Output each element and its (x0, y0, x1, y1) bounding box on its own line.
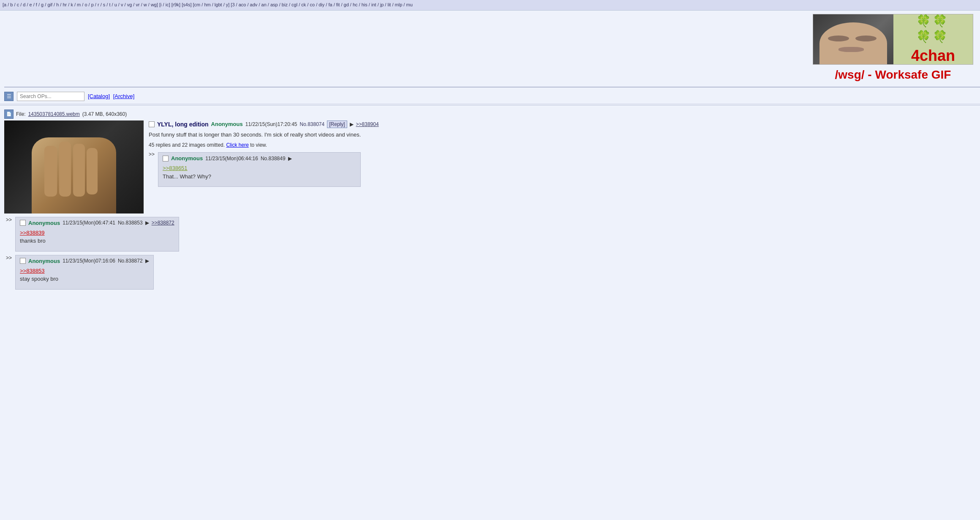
reply-2-time: 11/23/15(Mon)07:16:06 (63, 258, 115, 264)
inline-reply-container: >> Anonymous 11/23/15(Mon)06:44:16 No.83… (149, 151, 976, 187)
file-info: 📄 File: 1435037814085.webm (3.47 MB, 640… (4, 109, 976, 119)
inline-reply-arrow: >> (149, 151, 155, 157)
op-checkbox[interactable] (149, 121, 155, 127)
eye-right (855, 36, 877, 41)
reply-1-checkbox[interactable] (20, 220, 26, 226)
op-reply-link[interactable]: [Reply] (327, 120, 347, 128)
reply-1-body: >>838839 thanks bro (20, 229, 174, 245)
finger-4 (87, 148, 98, 194)
mouth-shape (838, 47, 864, 52)
op-post-header: YLYL, long edition Anonymous 11/22/15(Su… (149, 120, 976, 128)
header-divider (4, 87, 980, 88)
board-title: /wsg/ - Worksafe GIF (835, 65, 951, 83)
header: 🍀 🍀 🍀 🍀 4chan /wsg/ - Worksafe GIF (0, 11, 980, 87)
op-post: YLYL, long edition Anonymous 11/22/15(Su… (4, 120, 976, 213)
face-shape (819, 22, 887, 65)
inline-reply-body: >>838651 That... What? Why? (163, 164, 356, 181)
finger-3 (73, 144, 85, 197)
reply-1-header: Anonymous 11/23/15(Mon)06:47:41 No.83885… (20, 220, 174, 226)
op-subject: YLYL, long edition (157, 121, 209, 128)
reply-2-post: Anonymous 11/23/15(Mon)07:16:06 No.83887… (15, 255, 154, 290)
reply-1-text: thanks bro (20, 237, 174, 245)
reply-2-container: >> Anonymous 11/23/15(Mon)07:16:06 No.83… (4, 255, 976, 290)
file-link[interactable]: 1435037814085.webm (28, 111, 80, 117)
reply-2-redtext[interactable]: >>838853 (20, 268, 45, 274)
reply-1-play-btn[interactable]: ▶ (145, 220, 149, 226)
inline-reply-time: 11/23/15(Mon)06:44:16 (205, 156, 258, 161)
logo-right-panel: 🍀 🍀 🍀 🍀 4chan (893, 14, 973, 64)
op-body: Post funny stuff that is longer than 30 … (149, 131, 976, 139)
eye-left (828, 36, 849, 41)
search-input[interactable] (17, 92, 84, 101)
inline-reply-name: Anonymous (171, 155, 203, 161)
click-here-link[interactable]: Click here (226, 142, 248, 148)
omitted-text: 45 replies and 22 images omitted. Click … (149, 142, 976, 148)
op-quote-ref[interactable]: >>838904 (356, 121, 379, 127)
inline-reply-header: Anonymous 11/23/15(Mon)06:44:16 No.83884… (163, 155, 356, 161)
second-divider (0, 105, 980, 105)
top-nav: [a / b / c / d / e / f / g / gif / h / h… (0, 0, 980, 11)
reply-1-name: Anonymous (28, 220, 60, 226)
op-content: YLYL, long edition Anonymous 11/22/15(Su… (149, 120, 976, 213)
reply-1-postno: No.838853 (118, 220, 143, 226)
logo-face (813, 14, 893, 65)
menu-icon-button[interactable]: ☰ (4, 92, 14, 101)
nav-catalog-archive: [Catalog] [Archive] (88, 93, 134, 99)
reply-2-play-btn[interactable]: ▶ (145, 258, 149, 264)
op-image-inner (4, 120, 144, 213)
reply-2-arrow: >> (6, 255, 12, 261)
controls-bar: ☰ [Catalog] [Archive] (0, 89, 980, 104)
file-label: File: (16, 111, 26, 117)
op-name: Anonymous (211, 121, 243, 127)
omitted-count: 45 replies and 22 images omitted. (149, 142, 225, 148)
thumbnail-hand (32, 137, 116, 213)
reply-2-body: >>838853 stay spooky bro (20, 267, 149, 283)
op-postno-link[interactable]: No.838074 (299, 121, 324, 127)
reply-1-arrow: >> (6, 217, 12, 223)
reply-1-container: >> Anonymous 11/23/15(Mon)06:47:41 No.83… (4, 217, 976, 252)
file-meta: (3.47 MB, 640x360) (82, 111, 127, 117)
menu-icon: ☰ (7, 93, 11, 99)
op-play-btn[interactable]: ▶ (350, 121, 354, 127)
reply-2-postno-text: No.838872 (118, 258, 143, 264)
clover-group: 🍀 🍀 🍀 🍀 (916, 14, 950, 44)
op-postno: No.838074 (299, 121, 324, 127)
chan-logo-text: 4chan (911, 47, 955, 65)
finger-1 (44, 146, 57, 197)
logo-area: 🍀 🍀 🍀 🍀 4chan /wsg/ - Worksafe GIF (813, 14, 973, 83)
to-view-text: to view. (250, 142, 267, 148)
reply-2-checkbox[interactable] (20, 258, 26, 264)
reply-1-time: 11/23/15(Mon)06:47:41 (63, 220, 115, 226)
clover-4: 🍀 (933, 30, 947, 44)
reply-2-postno: No.838872 (118, 258, 143, 264)
clover-1: 🍀 (916, 14, 931, 28)
nav-links-text: [a / b / c / d / e / f / g / gif / h / h… (3, 2, 413, 7)
inline-reply-post: Anonymous 11/23/15(Mon)06:44:16 No.83884… (158, 152, 361, 187)
file-icon: 📄 (4, 109, 14, 119)
op-image[interactable] (4, 120, 144, 213)
reply-1-post: Anonymous 11/23/15(Mon)06:47:41 No.83885… (15, 217, 179, 252)
inline-reply-quote-link[interactable]: >>838651 (163, 165, 188, 171)
reply-1-postno-text: No.838853 (118, 220, 143, 226)
inline-reply-greentext: >>838651 (163, 164, 356, 172)
thread-container: 📄 File: 1435037814085.webm (3.47 MB, 640… (0, 106, 980, 296)
inline-reply-text: That... What? Why? (163, 172, 356, 181)
reply-1-redtext[interactable]: >>838839 (20, 230, 45, 236)
clover-2: 🍀 (933, 14, 947, 28)
inline-reply-postno: No.838849 (261, 156, 286, 161)
clover-3: 🍀 (916, 30, 931, 44)
inline-reply-checkbox[interactable] (163, 156, 169, 161)
inline-reply-postno-text: No.838849 (261, 156, 286, 161)
archive-link[interactable]: [Archive] (113, 93, 135, 99)
inline-reply-play-btn[interactable]: ▶ (288, 156, 292, 161)
reply-2-name: Anonymous (28, 258, 60, 264)
reply-1-quoteref[interactable]: >>838872 (152, 220, 174, 226)
finger-2 (59, 142, 71, 197)
reply-2-text: stay spooky bro (20, 275, 149, 283)
op-time: 11/22/15(Sun)17:20:45 (245, 121, 297, 127)
reply-2-header: Anonymous 11/23/15(Mon)07:16:06 No.83887… (20, 258, 149, 264)
logo-image: 🍀 🍀 🍀 🍀 4chan (813, 14, 973, 65)
catalog-link[interactable]: [Catalog] (88, 93, 110, 99)
